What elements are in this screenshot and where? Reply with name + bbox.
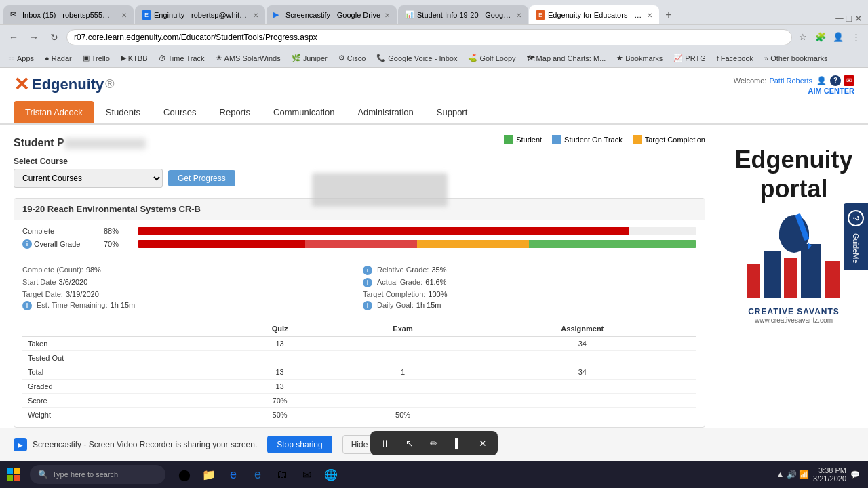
row-exam-graded	[337, 380, 468, 394]
bookmark-cisco[interactable]: ⚙ Cisco	[336, 52, 369, 64]
col-header-quiz: Quiz	[222, 321, 338, 337]
taskbar-edge-icon[interactable]: e	[222, 464, 244, 485]
highlight-annotation-btn[interactable]: ▌	[449, 434, 468, 453]
start-date-label: Start Date	[22, 278, 56, 287]
complete-count-value: 98%	[86, 266, 101, 275]
pause-annotation-btn[interactable]: ⏸	[376, 434, 395, 453]
course-card-1: 19-20 Reach Environmental Systems CR-B C…	[14, 198, 705, 428]
cursor-annotation-btn[interactable]: ↖	[400, 434, 419, 453]
taskbar-icons: ⬤ 📁 e e 🗂 ✉ 🌐	[168, 464, 347, 485]
new-tab-button[interactable]: +	[659, 5, 678, 24]
user-icon[interactable]: 👤	[815, 75, 827, 87]
svg-rect-0	[747, 264, 760, 298]
bookmark-apps[interactable]: ⚏ Apps	[5, 52, 37, 64]
screen-share-info: ▶ Screencastify - Screen Video Recorder …	[14, 438, 257, 451]
tab-close-1[interactable]: ✕	[121, 12, 127, 19]
row-assign-score	[469, 394, 696, 408]
bookmark-prtg[interactable]: 📈 PRTG	[671, 52, 708, 64]
close-annotation-btn[interactable]: ✕	[473, 434, 492, 453]
row-exam-total: 1	[337, 365, 468, 380]
nav-item-students[interactable]: Students	[94, 101, 152, 123]
taskbar-search[interactable]: 🔍 Type here to search	[30, 465, 165, 484]
nav-item-administration[interactable]: Administration	[346, 101, 425, 123]
reload-button[interactable]: ↻	[46, 29, 62, 45]
message-icon[interactable]: ✉	[844, 75, 854, 86]
tab-5[interactable]: E Edgenuity for Educators - Progr... ✕	[529, 5, 659, 24]
address-bar[interactable]	[66, 29, 792, 45]
nav-item-support[interactable]: Support	[425, 101, 479, 123]
bookmark-timetrack[interactable]: ⏱ Time Track	[156, 53, 208, 64]
table-row: Graded 13	[22, 380, 696, 394]
relative-grade-label: Relative Grade:	[377, 266, 429, 275]
close-browser-btn[interactable]: ✕	[854, 13, 863, 24]
tab-2[interactable]: E Enginuity - robertsp@whitehous... ✕	[135, 5, 265, 24]
back-button[interactable]: ←	[5, 29, 22, 45]
bookmark-gvoice[interactable]: 📞 Google Voice - Inbox	[374, 52, 460, 64]
bookmark-juniper[interactable]: 🌿 Juniper	[289, 52, 330, 64]
logo[interactable]: ✕ Edgenuity ®	[14, 73, 115, 96]
nav-item-student[interactable]: Tristan Adcock	[14, 101, 94, 123]
taskbar-explorer-icon[interactable]: 🗂	[271, 464, 293, 485]
profile-icon[interactable]: 👤	[831, 30, 845, 44]
taskbar-mail-icon[interactable]: ✉	[296, 464, 317, 485]
maximize-btn[interactable]: □	[846, 13, 852, 24]
bookmark-trello[interactable]: ▣ Trello	[80, 52, 113, 64]
row-assign-taken: 34	[469, 337, 696, 351]
bookmark-bookmarks[interactable]: ★ Bookmarks	[614, 52, 665, 64]
user-name-link[interactable]: Patti Roberts	[769, 77, 812, 85]
tab-close-4[interactable]: ✕	[516, 12, 521, 19]
bookmark-facebook[interactable]: f Facebook	[714, 53, 756, 64]
tab-close-5[interactable]: ✕	[647, 12, 652, 19]
tab-1[interactable]: ✉ Inbox (15) - robertsp555@gmai... ✕	[3, 5, 134, 24]
tab-title-5: Edgenuity for Educators - Progr...	[548, 11, 643, 19]
aim-center-link[interactable]: AIM CENTER	[808, 87, 854, 95]
target-completion-label: Target Completion:	[363, 290, 425, 298]
row-label-weight: Weight	[22, 408, 222, 422]
complete-progress-bar	[138, 227, 696, 235]
taskbar-chrome-icon[interactable]: 🌐	[320, 464, 342, 485]
svg-rect-3	[801, 244, 821, 298]
notification-icon[interactable]: 💬	[850, 470, 860, 479]
bookmark-ktbb[interactable]: ▶ KTBB	[118, 52, 151, 64]
tab-4[interactable]: 📊 Student Info 19-20 - Google She... ✕	[398, 5, 528, 24]
bookmark-ams[interactable]: ☀ AMS SolarWinds	[213, 52, 283, 64]
daily-goal-label: Daily Goal:	[377, 301, 414, 310]
help-header-icon[interactable]: ?	[830, 75, 841, 86]
pencil-annotation-btn[interactable]: ✏	[425, 434, 443, 453]
table-row: Total 13 1 34	[22, 365, 696, 380]
guide-me-panel[interactable]: ? GuideMe	[844, 203, 868, 270]
start-button[interactable]	[0, 461, 27, 488]
stop-sharing-button[interactable]: Stop sharing	[267, 436, 332, 453]
row-quiz-graded: 13	[222, 380, 338, 394]
course-stats-1: Complete 88% i Overall Grade 70%	[14, 220, 705, 260]
bookmark-star-icon[interactable]: ☆	[796, 30, 810, 44]
tab-close-2[interactable]: ✕	[253, 12, 258, 19]
nav-item-reports[interactable]: Reports	[208, 101, 262, 123]
row-quiz-total: 13	[222, 365, 338, 380]
forward-button[interactable]: →	[26, 29, 42, 45]
extensions-icon[interactable]: 🧩	[814, 30, 827, 44]
menu-icon[interactable]: ⋮	[849, 30, 863, 44]
svg-rect-1	[764, 251, 781, 298]
row-assign-weight	[469, 408, 696, 422]
tab-title-1: Inbox (15) - robertsp555@gmai...	[22, 11, 117, 19]
tab-3[interactable]: ▶ Screencastify - Google Drive ✕	[267, 5, 397, 24]
taskbar-cortana-icon[interactable]: ⬤	[174, 464, 195, 485]
get-progress-button[interactable]: Get Progress	[168, 170, 235, 186]
overall-grade-value: 70%	[104, 240, 138, 248]
minimize-btn[interactable]: ─	[835, 12, 843, 24]
bookmark-golf[interactable]: ⛳ Golf Loopy	[465, 52, 518, 64]
nav-item-courses[interactable]: Courses	[152, 101, 208, 123]
bookmark-radar[interactable]: ● Radar	[42, 53, 75, 64]
guide-me-label: GuideMe	[852, 233, 860, 264]
taskbar-files-icon[interactable]: 📁	[198, 464, 220, 485]
bookmark-maps[interactable]: 🗺 Map and Charts: M...	[524, 53, 609, 64]
tab-close-3[interactable]: ✕	[384, 12, 390, 19]
cs-logo-graphic	[740, 210, 848, 305]
nav-item-communication[interactable]: Communication	[262, 101, 346, 123]
bookmark-other[interactable]: » Other bookmarks	[762, 53, 831, 64]
taskbar-ie-icon[interactable]: e	[247, 464, 269, 485]
table-row: Score 70%	[22, 394, 696, 408]
course-select[interactable]: Current Courses	[14, 169, 163, 188]
portal-overlay-text: Edgenuity portal	[734, 145, 852, 203]
